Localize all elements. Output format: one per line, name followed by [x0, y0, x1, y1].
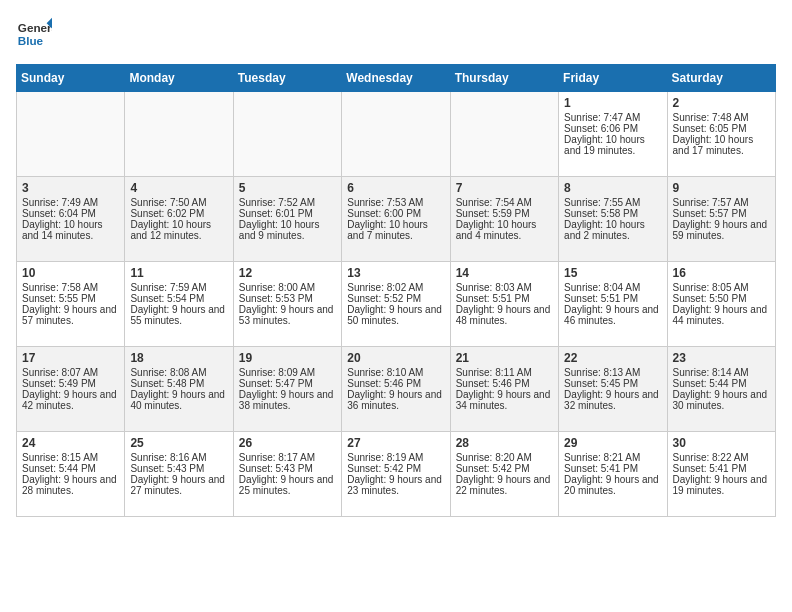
calendar-cell	[233, 92, 341, 177]
day-info: Sunset: 6:00 PM	[347, 208, 444, 219]
day-info: Sunrise: 8:22 AM	[673, 452, 770, 463]
calendar-cell: 13Sunrise: 8:02 AMSunset: 5:52 PMDayligh…	[342, 262, 450, 347]
day-info: Daylight: 9 hours and 32 minutes.	[564, 389, 661, 411]
calendar-cell: 10Sunrise: 7:58 AMSunset: 5:55 PMDayligh…	[17, 262, 125, 347]
day-number: 19	[239, 351, 336, 365]
day-info: Daylight: 9 hours and 57 minutes.	[22, 304, 119, 326]
calendar-cell: 28Sunrise: 8:20 AMSunset: 5:42 PMDayligh…	[450, 432, 558, 517]
day-number: 13	[347, 266, 444, 280]
calendar-week-3: 10Sunrise: 7:58 AMSunset: 5:55 PMDayligh…	[17, 262, 776, 347]
calendar-cell: 14Sunrise: 8:03 AMSunset: 5:51 PMDayligh…	[450, 262, 558, 347]
calendar-cell: 30Sunrise: 8:22 AMSunset: 5:41 PMDayligh…	[667, 432, 775, 517]
calendar-cell	[17, 92, 125, 177]
day-info: Daylight: 9 hours and 19 minutes.	[673, 474, 770, 496]
calendar-cell: 25Sunrise: 8:16 AMSunset: 5:43 PMDayligh…	[125, 432, 233, 517]
day-info: Sunrise: 8:19 AM	[347, 452, 444, 463]
day-number: 21	[456, 351, 553, 365]
day-info: Sunrise: 8:00 AM	[239, 282, 336, 293]
day-info: Sunset: 6:06 PM	[564, 123, 661, 134]
day-info: Sunset: 5:59 PM	[456, 208, 553, 219]
calendar-cell: 17Sunrise: 8:07 AMSunset: 5:49 PMDayligh…	[17, 347, 125, 432]
day-info: Sunset: 5:41 PM	[564, 463, 661, 474]
calendar-week-2: 3Sunrise: 7:49 AMSunset: 6:04 PMDaylight…	[17, 177, 776, 262]
calendar-cell: 16Sunrise: 8:05 AMSunset: 5:50 PMDayligh…	[667, 262, 775, 347]
calendar-cell: 3Sunrise: 7:49 AMSunset: 6:04 PMDaylight…	[17, 177, 125, 262]
day-info: Sunrise: 7:54 AM	[456, 197, 553, 208]
day-number: 24	[22, 436, 119, 450]
page-header: General Blue	[16, 16, 776, 52]
day-number: 1	[564, 96, 661, 110]
day-info: Daylight: 10 hours and 14 minutes.	[22, 219, 119, 241]
day-info: Daylight: 10 hours and 12 minutes.	[130, 219, 227, 241]
day-number: 11	[130, 266, 227, 280]
day-info: Daylight: 9 hours and 30 minutes.	[673, 389, 770, 411]
day-number: 7	[456, 181, 553, 195]
day-number: 23	[673, 351, 770, 365]
logo: General Blue	[16, 16, 52, 52]
day-number: 20	[347, 351, 444, 365]
day-info: Sunrise: 8:04 AM	[564, 282, 661, 293]
day-info: Daylight: 9 hours and 22 minutes.	[456, 474, 553, 496]
day-info: Daylight: 10 hours and 2 minutes.	[564, 219, 661, 241]
day-info: Sunrise: 8:08 AM	[130, 367, 227, 378]
day-info: Sunrise: 8:02 AM	[347, 282, 444, 293]
day-info: Daylight: 9 hours and 28 minutes.	[22, 474, 119, 496]
day-info: Sunset: 5:42 PM	[456, 463, 553, 474]
calendar-cell: 24Sunrise: 8:15 AMSunset: 5:44 PMDayligh…	[17, 432, 125, 517]
day-number: 26	[239, 436, 336, 450]
day-info: Daylight: 10 hours and 4 minutes.	[456, 219, 553, 241]
day-info: Sunrise: 7:49 AM	[22, 197, 119, 208]
day-info: Sunset: 5:43 PM	[239, 463, 336, 474]
day-info: Sunset: 6:05 PM	[673, 123, 770, 134]
day-info: Sunset: 5:55 PM	[22, 293, 119, 304]
calendar-cell: 4Sunrise: 7:50 AMSunset: 6:02 PMDaylight…	[125, 177, 233, 262]
calendar-cell	[342, 92, 450, 177]
day-info: Sunset: 5:44 PM	[22, 463, 119, 474]
day-number: 25	[130, 436, 227, 450]
weekday-header-thursday: Thursday	[450, 65, 558, 92]
calendar-week-5: 24Sunrise: 8:15 AMSunset: 5:44 PMDayligh…	[17, 432, 776, 517]
day-info: Daylight: 9 hours and 48 minutes.	[456, 304, 553, 326]
day-info: Sunset: 5:43 PM	[130, 463, 227, 474]
day-info: Sunset: 5:53 PM	[239, 293, 336, 304]
day-info: Sunset: 5:51 PM	[456, 293, 553, 304]
day-info: Daylight: 9 hours and 44 minutes.	[673, 304, 770, 326]
calendar-cell: 23Sunrise: 8:14 AMSunset: 5:44 PMDayligh…	[667, 347, 775, 432]
day-info: Sunrise: 7:52 AM	[239, 197, 336, 208]
day-info: Daylight: 9 hours and 34 minutes.	[456, 389, 553, 411]
day-info: Sunset: 5:47 PM	[239, 378, 336, 389]
calendar-week-4: 17Sunrise: 8:07 AMSunset: 5:49 PMDayligh…	[17, 347, 776, 432]
calendar-cell: 1Sunrise: 7:47 AMSunset: 6:06 PMDaylight…	[559, 92, 667, 177]
day-number: 8	[564, 181, 661, 195]
day-info: Sunset: 5:46 PM	[456, 378, 553, 389]
day-number: 18	[130, 351, 227, 365]
day-info: Sunrise: 8:07 AM	[22, 367, 119, 378]
day-info: Sunrise: 7:57 AM	[673, 197, 770, 208]
calendar-cell: 26Sunrise: 8:17 AMSunset: 5:43 PMDayligh…	[233, 432, 341, 517]
day-number: 22	[564, 351, 661, 365]
day-number: 5	[239, 181, 336, 195]
calendar-cell: 19Sunrise: 8:09 AMSunset: 5:47 PMDayligh…	[233, 347, 341, 432]
day-info: Sunrise: 8:13 AM	[564, 367, 661, 378]
day-number: 2	[673, 96, 770, 110]
calendar-cell: 29Sunrise: 8:21 AMSunset: 5:41 PMDayligh…	[559, 432, 667, 517]
day-info: Daylight: 9 hours and 59 minutes.	[673, 219, 770, 241]
day-info: Sunset: 5:46 PM	[347, 378, 444, 389]
day-info: Sunset: 6:04 PM	[22, 208, 119, 219]
day-info: Sunrise: 7:53 AM	[347, 197, 444, 208]
calendar-cell: 22Sunrise: 8:13 AMSunset: 5:45 PMDayligh…	[559, 347, 667, 432]
calendar-cell: 18Sunrise: 8:08 AMSunset: 5:48 PMDayligh…	[125, 347, 233, 432]
day-info: Sunset: 5:44 PM	[673, 378, 770, 389]
day-info: Sunset: 5:50 PM	[673, 293, 770, 304]
day-info: Sunset: 5:41 PM	[673, 463, 770, 474]
calendar-cell: 11Sunrise: 7:59 AMSunset: 5:54 PMDayligh…	[125, 262, 233, 347]
day-number: 27	[347, 436, 444, 450]
day-info: Daylight: 9 hours and 20 minutes.	[564, 474, 661, 496]
day-info: Daylight: 10 hours and 7 minutes.	[347, 219, 444, 241]
day-number: 15	[564, 266, 661, 280]
weekday-header-monday: Monday	[125, 65, 233, 92]
day-info: Daylight: 9 hours and 50 minutes.	[347, 304, 444, 326]
day-info: Daylight: 10 hours and 9 minutes.	[239, 219, 336, 241]
day-info: Daylight: 10 hours and 17 minutes.	[673, 134, 770, 156]
calendar-cell	[450, 92, 558, 177]
